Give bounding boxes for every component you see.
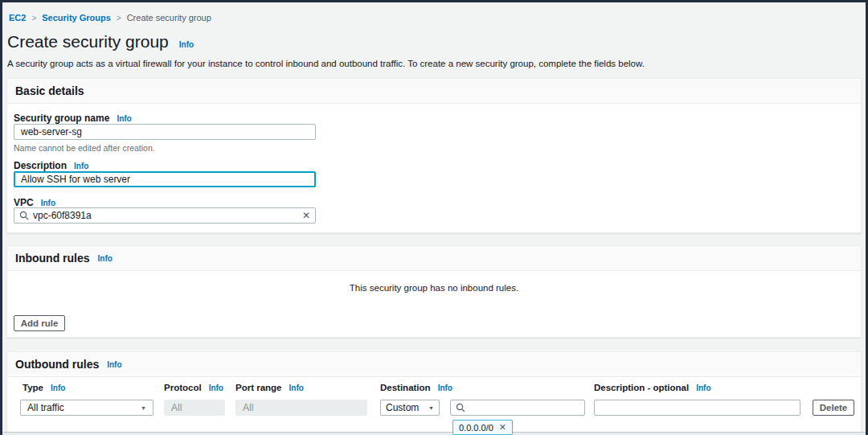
inbound-rules-info-link[interactable]: Info [98, 254, 113, 263]
breadcrumb-current-page: Create security group [127, 13, 211, 23]
port-range-label-text: Port range [235, 383, 282, 392]
outbound-rules-card: Outbound rules Info Type Info Protocol I… [6, 351, 862, 435]
protocol-column-label: Protocol Info [164, 383, 223, 392]
console-top-bar [0, 0, 868, 2]
type-label-text: Type [23, 383, 43, 392]
page-heading: Create security group Info [7, 32, 194, 51]
vpc-clear-icon[interactable]: ✕ [302, 211, 310, 220]
inbound-rules-title: Inbound rules [15, 252, 90, 265]
page-title-info-link[interactable]: Info [179, 40, 194, 49]
protocol-label-text: Protocol [164, 383, 202, 392]
basic-details-header: Basic details [7, 79, 861, 104]
delete-rule-button[interactable]: Delete [813, 400, 854, 416]
breadcrumb: EC2 > Security Groups > Create security … [9, 13, 211, 23]
window-bottom-edge [0, 432, 868, 435]
token-remove-icon[interactable]: ✕ [499, 423, 506, 432]
type-info-link[interactable]: Info [51, 384, 65, 392]
rule-description-input[interactable] [594, 400, 800, 416]
vpc-label: VPC Info [14, 197, 55, 208]
inbound-rules-card: Inbound rules Info This security group h… [6, 245, 862, 338]
destination-column-label: Destination Info [380, 383, 452, 392]
page-title: Create security group [7, 32, 169, 51]
outbound-rules-header: Outbound rules Info [7, 352, 861, 377]
chevron-down-icon: ▼ [141, 405, 146, 411]
search-icon [456, 403, 465, 412]
security-group-name-helper: Name cannot be edited after creation. [14, 143, 155, 153]
security-group-name-input[interactable] [14, 124, 316, 140]
page-subtitle: A security group acts as a virtual firew… [7, 59, 645, 68]
outbound-rules-info-link[interactable]: Info [107, 360, 121, 369]
destination-label-text: Destination [380, 383, 431, 392]
description-optional-column-label: Description - optional Info [594, 383, 711, 392]
breadcrumb-ec2-link[interactable]: EC2 [9, 13, 26, 23]
breadcrumb-security-groups-link[interactable]: Security Groups [42, 13, 111, 23]
description-label: Description Info [14, 160, 88, 171]
basic-details-title: Basic details [15, 84, 84, 97]
inbound-rules-header: Inbound rules Info [7, 246, 861, 271]
outbound-rules-title: Outbound rules [15, 358, 99, 371]
basic-details-card: Basic details Security group name Info N… [6, 78, 862, 233]
port-range-input [235, 400, 367, 416]
description-optional-label-text: Description - optional [594, 383, 689, 392]
destination-search-input[interactable] [469, 402, 579, 413]
security-group-name-label-text: Security group name [14, 113, 109, 124]
vpc-label-text: VPC [14, 197, 34, 208]
chevron-down-icon: ▼ [428, 405, 434, 411]
description-input[interactable] [14, 171, 316, 187]
protocol-input [164, 400, 225, 416]
vpc-select-input[interactable]: ✕ [14, 207, 316, 224]
create-security-group-page: { "colors": { "top_bar": "#232f3e", "lin… [0, 0, 868, 435]
destination-select[interactable]: Custom ▼ [380, 400, 440, 416]
description-label-text: Description [14, 160, 67, 171]
breadcrumb-separator-icon: > [117, 14, 121, 23]
description-optional-info-link[interactable]: Info [696, 384, 710, 392]
port-range-info-link[interactable]: Info [289, 384, 304, 392]
security-group-name-label: Security group name Info [14, 113, 132, 124]
add-rule-button[interactable]: Add rule [14, 315, 65, 331]
type-select[interactable]: All traffic ▼ [20, 400, 154, 416]
left-edge-panel [0, 0, 2, 435]
search-icon [19, 211, 29, 220]
vpc-info-link[interactable]: Info [41, 199, 55, 207]
destination-token: 0.0.0.0/0 ✕ [452, 420, 513, 435]
protocol-info-link[interactable]: Info [209, 384, 223, 392]
inbound-rules-empty-message: This security group has no inbound rules… [7, 283, 861, 293]
breadcrumb-separator-icon: > [31, 14, 36, 23]
security-group-name-info-link[interactable]: Info [117, 114, 131, 123]
destination-info-link[interactable]: Info [438, 384, 452, 392]
destination-select-value: Custom [386, 402, 419, 413]
destination-token-value: 0.0.0.0/0 [459, 423, 493, 433]
port-range-column-label: Port range Info [235, 383, 304, 392]
destination-search-box[interactable] [450, 400, 585, 416]
type-column-label: Type Info [23, 383, 65, 392]
description-info-link[interactable]: Info [74, 162, 88, 170]
type-select-value: All traffic [27, 402, 64, 413]
vpc-input[interactable] [33, 210, 298, 221]
